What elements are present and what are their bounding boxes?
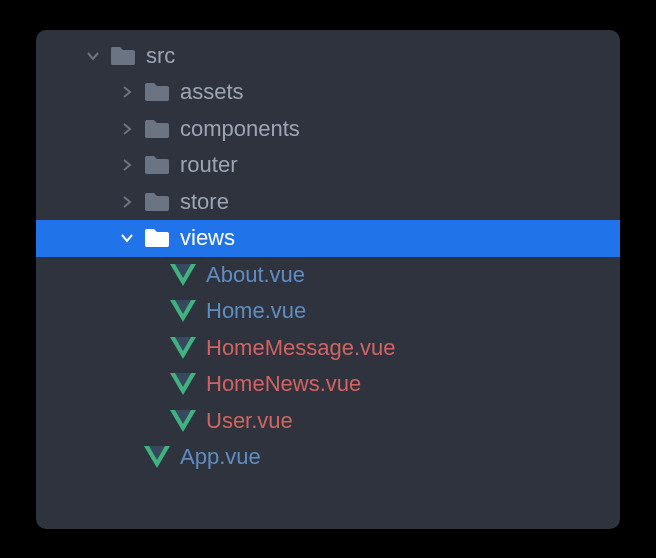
folder-icon: [144, 227, 170, 249]
folder-icon: [144, 118, 170, 140]
tree-item-label: About.vue: [206, 264, 305, 286]
tree-item-label: Home.vue: [206, 300, 306, 322]
chevron-right-icon: [116, 122, 138, 136]
tree-item-views[interactable]: views: [36, 220, 620, 257]
file-tree-panel: src assets components router: [36, 30, 620, 529]
chevron-right-icon: [116, 158, 138, 172]
chevron-right-icon: [116, 85, 138, 99]
tree-item-homenews-vue[interactable]: HomeNews.vue: [36, 366, 620, 403]
tree-item-label: store: [180, 191, 229, 213]
chevron-down-icon: [82, 49, 104, 63]
tree-item-label: views: [180, 227, 235, 249]
vue-icon: [170, 263, 196, 287]
vue-icon: [170, 299, 196, 323]
tree-item-label: src: [146, 45, 175, 67]
tree-item-label: HomeNews.vue: [206, 373, 361, 395]
folder-icon: [144, 154, 170, 176]
tree-item-user-vue[interactable]: User.vue: [36, 403, 620, 440]
chevron-down-icon: [116, 231, 138, 245]
tree-item-app-vue[interactable]: App.vue: [36, 439, 620, 476]
tree-item-homemessage-vue[interactable]: HomeMessage.vue: [36, 330, 620, 367]
tree-item-src[interactable]: src: [36, 38, 620, 75]
tree-item-home-vue[interactable]: Home.vue: [36, 293, 620, 330]
folder-icon: [110, 45, 136, 67]
tree-item-label: components: [180, 118, 300, 140]
tree-item-assets[interactable]: assets: [36, 74, 620, 111]
folder-icon: [144, 81, 170, 103]
tree-item-label: User.vue: [206, 410, 293, 432]
vue-icon: [144, 445, 170, 469]
vue-icon: [170, 409, 196, 433]
vue-icon: [170, 336, 196, 360]
chevron-right-icon: [116, 195, 138, 209]
tree-item-router[interactable]: router: [36, 147, 620, 184]
vue-icon: [170, 372, 196, 396]
tree-item-about-vue[interactable]: About.vue: [36, 257, 620, 294]
tree-item-store[interactable]: store: [36, 184, 620, 221]
tree-item-label: router: [180, 154, 237, 176]
folder-icon: [144, 191, 170, 213]
tree-item-label: App.vue: [180, 446, 261, 468]
tree-item-label: assets: [180, 81, 244, 103]
tree-item-components[interactable]: components: [36, 111, 620, 148]
tree-item-label: HomeMessage.vue: [206, 337, 396, 359]
